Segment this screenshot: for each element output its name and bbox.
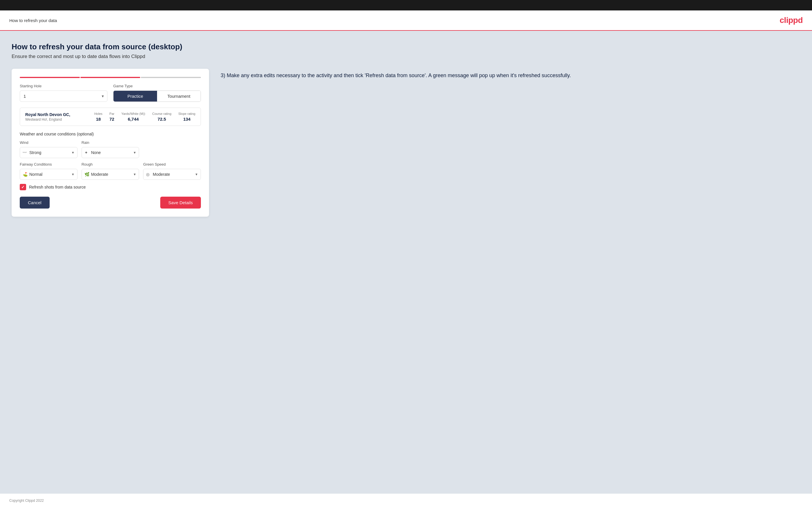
- page-subheading: Ensure the correct and most up to date d…: [12, 54, 800, 59]
- rain-icon: ✦: [85, 150, 88, 155]
- logo: clippd: [780, 16, 803, 25]
- rough-label: Rough: [82, 162, 139, 167]
- green-speed-select[interactable]: Moderate: [143, 169, 201, 180]
- green-speed-col: Green Speed ◎ Moderate ▼: [143, 162, 201, 180]
- fairway-rough-green-row: Fairway Conditions ⛳ Normal ▼ Rough 🌿: [20, 162, 201, 180]
- course-info-box: Royal North Devon GC, Westward Ho!, Engl…: [20, 108, 201, 126]
- rough-icon: 🌿: [85, 172, 89, 177]
- wind-select[interactable]: Strong: [20, 147, 78, 158]
- save-button[interactable]: Save Details: [160, 196, 201, 209]
- wind-select-wrapper: 〰 Strong ▼: [20, 147, 78, 158]
- course-rating-label: Course rating: [152, 112, 171, 115]
- cancel-button[interactable]: Cancel: [20, 196, 50, 209]
- rough-col: Rough 🌿 Moderate ▼: [82, 162, 139, 180]
- footer: Copyright Clippd 2022: [0, 494, 812, 507]
- rough-select-wrapper: 🌿 Moderate ▼: [82, 169, 139, 180]
- fairway-col: Fairway Conditions ⛳ Normal ▼: [20, 162, 78, 180]
- form-card: Starting Hole 1 ▼ Game Type Practice Tou…: [12, 69, 209, 217]
- main-content: How to refresh your data from source (de…: [0, 31, 812, 494]
- rain-label: Rain: [82, 140, 139, 145]
- starting-hole-wrapper: 1 ▼: [20, 91, 107, 102]
- fairway-select-wrapper: ⛳ Normal ▼: [20, 169, 78, 180]
- description-text: 3) Make any extra edits necessary to the…: [221, 72, 800, 80]
- par-value: 72: [109, 117, 114, 121]
- empty-col: [143, 140, 201, 158]
- button-row: Cancel Save Details: [20, 196, 201, 209]
- yards-value: 6,744: [121, 117, 145, 121]
- refresh-checkbox[interactable]: [20, 184, 26, 190]
- description-col: 3) Make any extra edits necessary to the…: [221, 69, 800, 80]
- wind-label: Wind: [20, 140, 78, 145]
- tab-indicator-1: [20, 77, 80, 78]
- par-stat: Par 72: [109, 112, 114, 121]
- course-rating-stat: Course rating 72.5: [152, 112, 171, 121]
- top-form-row: Starting Hole 1 ▼ Game Type Practice Tou…: [20, 84, 201, 102]
- fairway-icon: ⛳: [22, 172, 28, 177]
- conditions-title: Weather and course conditions (optional): [20, 132, 201, 136]
- fairway-label: Fairway Conditions: [20, 162, 78, 167]
- par-label: Par: [109, 112, 114, 115]
- footer-copyright: Copyright Clippd 2022: [9, 499, 44, 503]
- game-type-col: Game Type Practice Tournament: [113, 84, 201, 102]
- holes-label: Holes: [94, 112, 102, 115]
- yards-label: Yards/White (M)): [121, 112, 145, 115]
- course-location: Westward Ho!, England: [25, 117, 93, 121]
- game-type-label: Game Type: [113, 84, 201, 88]
- tab-indicator-3: [141, 77, 201, 78]
- wind-rain-row: Wind 〰 Strong ▼ Rain ✦ None: [20, 140, 201, 158]
- refresh-checkbox-label: Refresh shots from data source: [29, 185, 86, 189]
- starting-hole-col: Starting Hole 1 ▼: [20, 84, 107, 102]
- top-bar: [0, 0, 812, 10]
- content-row: Starting Hole 1 ▼ Game Type Practice Tou…: [12, 69, 800, 217]
- tab-indicators: [20, 77, 201, 78]
- green-speed-icon: ◎: [146, 172, 150, 177]
- rain-select-wrapper: ✦ None ▼: [82, 147, 139, 158]
- green-speed-select-wrapper: ◎ Moderate ▼: [143, 169, 201, 180]
- page-heading: How to refresh your data from source (de…: [12, 42, 800, 51]
- header-title: How to refresh your data: [9, 18, 57, 23]
- refresh-checkbox-row: Refresh shots from data source: [20, 184, 201, 190]
- slope-rating-stat: Slope rating 134: [178, 112, 195, 121]
- tab-indicator-2: [81, 77, 141, 78]
- course-stats: Holes 18 Par 72 Yards/White (M)) 6,744 C…: [93, 112, 195, 121]
- slope-rating-label: Slope rating: [178, 112, 195, 115]
- course-rating-value: 72.5: [152, 117, 171, 121]
- rain-select[interactable]: None: [82, 147, 139, 158]
- slope-rating-value: 134: [178, 117, 195, 121]
- rain-col: Rain ✦ None ▼: [82, 140, 139, 158]
- wind-icon: 〰: [22, 150, 27, 155]
- course-name: Royal North Devon GC,: [25, 112, 93, 117]
- game-type-toggle: Practice Tournament: [113, 91, 201, 102]
- tournament-toggle-btn[interactable]: Tournament: [157, 91, 201, 102]
- course-name-col: Royal North Devon GC, Westward Ho!, Engl…: [25, 112, 93, 121]
- header: How to refresh your data clippd: [0, 10, 812, 31]
- starting-hole-select[interactable]: 1: [20, 91, 107, 102]
- holes-value: 18: [94, 117, 102, 121]
- wind-col: Wind 〰 Strong ▼: [20, 140, 78, 158]
- fairway-select[interactable]: Normal: [20, 169, 78, 180]
- holes-stat: Holes 18: [94, 112, 102, 121]
- starting-hole-label: Starting Hole: [20, 84, 107, 88]
- green-speed-label: Green Speed: [143, 162, 201, 167]
- yards-stat: Yards/White (M)) 6,744: [121, 112, 145, 121]
- practice-toggle-btn[interactable]: Practice: [113, 91, 157, 102]
- rough-select[interactable]: Moderate: [82, 169, 139, 180]
